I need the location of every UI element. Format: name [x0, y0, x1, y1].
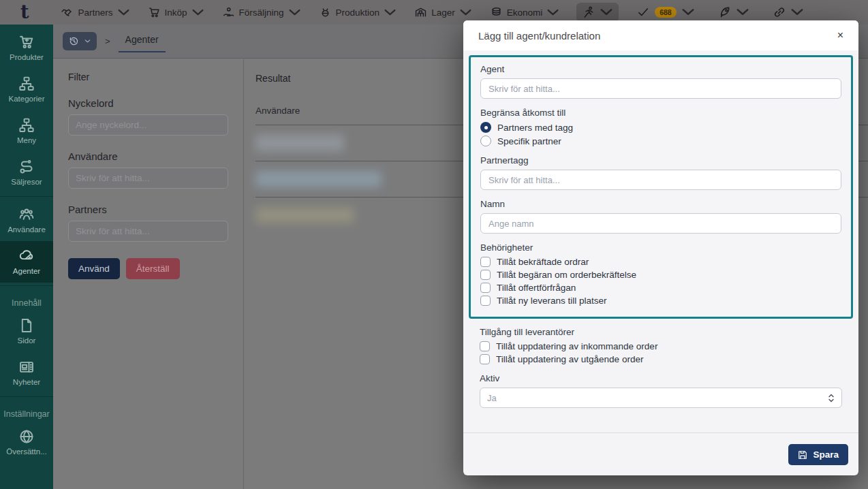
chevron-down-icon — [791, 6, 803, 18]
production-icon — [320, 7, 331, 18]
nav-produktion[interactable]: Produktion — [320, 7, 397, 18]
filter-buttons: Använd Återställ — [68, 258, 228, 279]
checkbox-icon — [480, 296, 491, 306]
sidebar-item-agenter[interactable]: Agenter — [0, 241, 53, 283]
active-select-value: Ja — [487, 393, 497, 403]
sidebar-item-label: Produkter — [10, 53, 44, 61]
sidebar-item-kategorier[interactable]: Kategorier — [0, 69, 53, 110]
reset-button[interactable]: Återställ — [126, 258, 180, 279]
topbar-icon-menus: 688 — [576, 3, 809, 22]
access-label: Begränsa åtkomst till — [480, 108, 841, 118]
chevron-down-icon — [384, 7, 396, 18]
apply-button[interactable]: Använd — [68, 258, 120, 279]
history-button[interactable] — [63, 32, 97, 50]
sidebar-item-label: Meny — [17, 136, 36, 144]
partnertag-input[interactable] — [480, 170, 841, 190]
sidebar-item-label: Agenter — [13, 267, 40, 275]
active-label: Aktiv — [480, 373, 842, 383]
app-logo[interactable]: t — [20, 0, 29, 25]
name-input[interactable] — [480, 213, 841, 234]
sidebar-group-content: Innehåll Sidor Nyheter — [0, 286, 53, 397]
modal-title: Lägg till agent/kundrelation — [478, 30, 600, 42]
sidebar-item-oversattningar[interactable]: Översättn... — [0, 422, 53, 463]
route-icon — [19, 159, 34, 174]
module-nav: Partners Inköp Försäljning Produktion La — [61, 7, 559, 18]
nav-ekonomi[interactable]: Ekonomi — [491, 7, 559, 18]
radio-partners-med-tagg[interactable]: Partners med tagg — [480, 122, 841, 133]
coins-icon — [491, 7, 502, 18]
keyword-label: Nyckelord — [68, 97, 228, 109]
checkbox-begaran-orderbekraftelse[interactable]: Tillåt begäran om orderbekräftelse — [480, 270, 841, 280]
sidebar-item-produkter[interactable]: Produkter — [0, 27, 53, 69]
checkmark-icon — [637, 6, 649, 18]
checkbox-uppdatering-utgaende[interactable]: Tillåt uppdatering av utgående order — [480, 354, 842, 364]
sidebar-item-label: Kategorier — [8, 95, 44, 103]
sidebar-item-meny[interactable]: Meny — [0, 110, 53, 152]
nav-lager[interactable]: Lager — [415, 7, 471, 18]
sidebar-item-nyheter[interactable]: Nyheter — [0, 352, 53, 394]
sidebar-item-label: Nyheter — [13, 378, 40, 386]
launch-menu[interactable] — [713, 3, 755, 22]
sidebar-item-label: Sidor — [18, 336, 36, 345]
users-input[interactable] — [68, 168, 228, 189]
add-agent-modal: Lägg till agent/kundrelation × Agent Beg… — [463, 20, 858, 475]
chevron-down-icon — [600, 6, 613, 18]
checkbox-label: Tillåt uppdatering av utgående order — [496, 354, 643, 364]
chevron-down-icon — [737, 6, 749, 18]
handshake-icon — [61, 7, 73, 18]
checkbox-label: Tillåt ny leverans till platser — [497, 296, 607, 306]
sidebar-group-catalog: Produkter Kategorier Meny Säljresor — [0, 25, 53, 197]
chevron-down-icon — [460, 7, 471, 18]
newspaper-icon — [19, 360, 34, 375]
page-icon — [19, 318, 34, 333]
sidebar-group-people: Användare Agenter — [0, 197, 53, 286]
sidebar-item-label: Översättn... — [6, 447, 46, 456]
links-menu[interactable] — [767, 3, 809, 22]
partners-input[interactable] — [68, 221, 228, 242]
app-window: t Partners Inköp Försäljning Produktion — [0, 0, 868, 489]
rocket-icon — [719, 6, 731, 18]
users-icon — [19, 207, 34, 222]
chevron-down-icon — [289, 7, 300, 18]
runner-icon — [583, 6, 595, 18]
checkbox-bekraftade-ordrar[interactable]: Tillåt bekräftade ordrar — [480, 257, 841, 267]
keyword-input[interactable] — [68, 114, 228, 136]
nav-inkop[interactable]: Inköp — [149, 7, 204, 18]
radio-specifik-partner[interactable]: Specifik partner — [480, 136, 841, 146]
breadcrumb-current[interactable]: Agenter — [119, 30, 166, 52]
nav-label: Ekonomi — [507, 7, 543, 18]
updown-arrows-icon — [828, 394, 835, 403]
partners-label: Partners — [68, 204, 228, 215]
sidebar-item-anvandare[interactable]: Användare — [0, 200, 53, 241]
checkbox-ny-leverans[interactable]: Tillåt ny leverans till platser — [480, 296, 841, 306]
close-icon[interactable]: × — [837, 30, 843, 41]
cart-plus-icon — [19, 35, 34, 50]
nav-forsaljning[interactable]: Försäljning — [223, 7, 300, 18]
checkbox-label: Tillåt offertförfrågan — [497, 283, 576, 293]
redacted-user-name — [255, 207, 354, 223]
checkbox-label: Tillåt begäran om orderbekräftelse — [497, 270, 636, 280]
activity-menu[interactable] — [576, 3, 619, 22]
nav-label: Partners — [78, 7, 112, 18]
radio-unselected-icon — [480, 136, 491, 146]
breadcrumb-separator: > — [105, 36, 110, 46]
nav-label: Lager — [431, 7, 455, 18]
agent-input[interactable] — [480, 78, 841, 99]
modal-body: Agent Begränsa åtkomst till Partners med… — [463, 50, 858, 408]
chevron-down-icon — [84, 40, 91, 43]
tasks-menu[interactable]: 688 — [631, 3, 700, 22]
supplier-access-label: Tillgång till leverantörer — [480, 327, 842, 337]
sidebar-item-saljresor[interactable]: Säljresor — [0, 152, 53, 193]
sidebar-item-label: Användare — [7, 225, 46, 234]
agent-label: Agent — [480, 64, 841, 74]
checkbox-offertforfragan[interactable]: Tillåt offertförfrågan — [480, 283, 841, 293]
chevron-down-icon — [547, 7, 559, 18]
save-button[interactable]: Spara — [788, 444, 848, 465]
checkbox-uppdatering-inkommande[interactable]: Tillåt uppdatering av inkommande order — [480, 341, 842, 351]
sidebar-item-sidor[interactable]: Sidor — [0, 311, 53, 352]
supplier-access-section: Tillgång till leverantörer Tillåt uppdat… — [469, 319, 853, 408]
modal-header: Lägg till agent/kundrelation × — [463, 20, 858, 50]
nav-partners[interactable]: Partners — [61, 7, 129, 18]
sidebar: Produkter Kategorier Meny Säljresor Anvä… — [0, 25, 53, 489]
active-select[interactable]: Ja — [480, 388, 842, 408]
